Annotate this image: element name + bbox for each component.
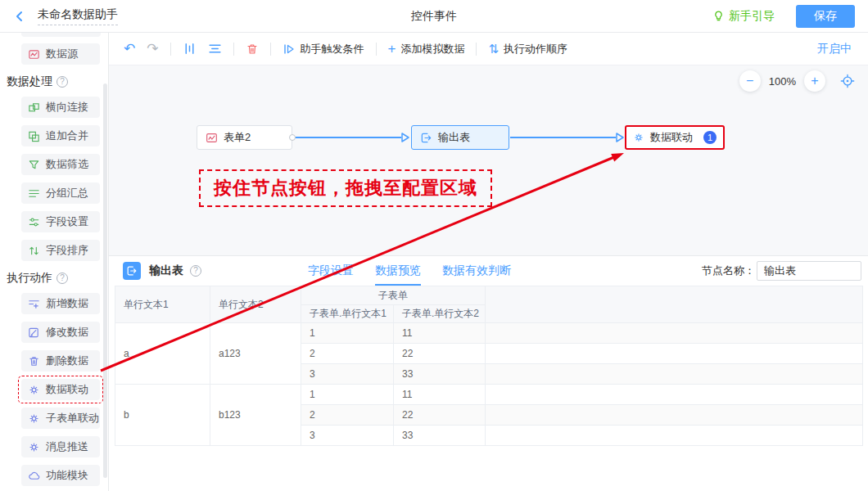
tab-field-settings[interactable]: 字段设置 (308, 256, 354, 286)
table-row: a a123 1 11 (115, 323, 863, 344)
scrolled-item-sliver (21, 33, 101, 37)
cell: a (115, 323, 210, 385)
sidebar-item-label: 删除数据 (46, 354, 88, 368)
sidebar-item-label: 数据筛选 (46, 157, 88, 172)
export-table-icon (420, 132, 432, 144)
divider (233, 43, 234, 56)
section-title: 执行动作 (7, 271, 52, 286)
sidebar-item-data-filter[interactable]: 数据筛选 (21, 154, 100, 175)
cell: 11 (394, 385, 486, 405)
trigger-condition-button[interactable]: 助手触发条件 (283, 42, 364, 56)
node-data-linkage[interactable]: 数据联动 1 (625, 125, 725, 150)
table-row: b b123 1 11 (115, 385, 863, 405)
redo-button[interactable]: ↷ (147, 42, 158, 56)
output-port[interactable] (289, 134, 296, 141)
divider (476, 43, 477, 56)
help-icon[interactable]: ? (190, 265, 201, 277)
sidebar-item-label: 追加合并 (46, 128, 88, 143)
top-header: 未命名数据助手 控件事件 新手引导 保存 (0, 0, 868, 33)
distribute-button[interactable] (183, 42, 197, 56)
action-order-button[interactable]: ⇅ 执行动作顺序 (488, 42, 567, 56)
sidebar-item-field-settings[interactable]: 字段设置 (21, 211, 100, 232)
sidebar-item-data-linkage[interactable]: 数据联动 (21, 379, 100, 400)
node-sidebar: 数据源 数据处理 ? 横向连接 追加合并 数据筛选 分组汇总 (0, 33, 109, 491)
align-lines-icon (208, 42, 222, 56)
sidebar-item-subform-linkage[interactable]: 子表单联动 (21, 408, 100, 429)
sidebar-item-horizontal-join[interactable]: 横向连接 (21, 97, 100, 118)
help-icon[interactable]: ? (57, 273, 68, 284)
add-mock-data-button[interactable]: + 添加模拟数据 (388, 42, 465, 56)
sidebar-item-function-module[interactable]: 功能模块 (21, 465, 100, 486)
add-data-icon (28, 298, 40, 310)
field-settings-icon (28, 216, 40, 228)
plus-icon: + (388, 42, 396, 56)
sidebar-item-label: 分组汇总 (46, 186, 88, 200)
cell-empty (486, 364, 863, 385)
trash-icon (246, 43, 259, 56)
sidebar-item-label: 功能模块 (46, 468, 88, 483)
beginner-guide-button[interactable]: 新手引导 (712, 9, 775, 24)
align-button[interactable] (208, 42, 222, 56)
node-name-input[interactable] (757, 261, 861, 281)
node-name-label: 节点名称： (702, 264, 755, 278)
column-header: 单行文本2 (210, 286, 301, 323)
lightbulb-icon (712, 10, 725, 22)
sidebar-item-label: 横向连接 (46, 100, 88, 115)
gear-linkage-icon (633, 132, 644, 143)
cell: 2 (301, 405, 394, 426)
node-form2[interactable]: 表单2 (197, 125, 292, 150)
delete-node-button[interactable] (246, 43, 259, 56)
sidebar-item-label: 消息推送 (46, 439, 88, 454)
sidebar-item-add-data[interactable]: 新增数据 (21, 293, 100, 314)
node-output-table[interactable]: 输出表 (411, 125, 509, 150)
form-icon (206, 132, 218, 144)
sidebar-item-append-merge[interactable]: 追加合并 (21, 125, 100, 146)
tab-data-preview[interactable]: 数据预览 (375, 256, 421, 286)
cell-empty (486, 323, 863, 344)
sidebar-item-message-push[interactable]: 消息推送 (21, 436, 100, 457)
undo-button[interactable]: ↶ (124, 42, 135, 56)
sidebar-scrollbar[interactable] (103, 83, 107, 478)
assistant-status[interactable]: 开启中 (817, 42, 852, 56)
help-icon[interactable]: ? (57, 76, 68, 88)
trigger-play-icon (283, 43, 296, 56)
tab-data-validation[interactable]: 数据有效判断 (442, 256, 511, 286)
back-button[interactable] (13, 10, 26, 23)
column-header-empty (486, 286, 863, 323)
column-header: 单行文本1 (115, 286, 210, 323)
delete-data-icon (28, 355, 40, 367)
cell: 33 (394, 426, 486, 446)
cell: a123 (210, 323, 301, 385)
flow-canvas[interactable]: 表单2 输出表 数据联动 1 按住节点按钮，拖拽至配置区域 − 100% + (109, 65, 868, 255)
sidebar-item-datasource[interactable]: 数据源 (21, 43, 100, 65)
sidebar-item-label: 数据联动 (46, 382, 88, 397)
sidebar-item-label: 数据源 (46, 47, 78, 61)
datasource-icon (28, 48, 40, 61)
divider (376, 43, 377, 56)
sidebar-item-delete-data[interactable]: 删除数据 (21, 350, 100, 372)
fit-view-button[interactable] (840, 74, 855, 88)
node-label: 输出表 (438, 130, 470, 145)
cell: 11 (394, 323, 486, 344)
back-chevron-icon (13, 10, 26, 23)
sidebar-item-group-summary[interactable]: 分组汇总 (21, 182, 100, 204)
gear-linkage-icon (28, 441, 40, 453)
sort-arrows-icon: ⇅ (488, 43, 499, 55)
cell: 1 (301, 323, 394, 344)
cell-empty (486, 405, 863, 426)
field-sort-icon (28, 245, 40, 257)
save-button[interactable]: 保存 (796, 5, 855, 28)
sidebar-item-modify-data[interactable]: 修改数据 (21, 322, 100, 343)
edit-data-icon (28, 327, 40, 339)
column-subheader: 子表单.单行文本2 (394, 305, 486, 323)
distribute-icon (183, 42, 197, 56)
document-title[interactable]: 未命名数据助手 (38, 7, 118, 25)
zoom-in-button[interactable]: + (804, 70, 825, 92)
node-config-panel: 输出表 ? 字段设置 数据预览 数据有效判断 节点名称： (109, 255, 868, 491)
table-header-row: 单行文本1 单行文本2 子表单 (115, 286, 863, 305)
zoom-out-button[interactable]: − (739, 70, 761, 92)
cell: 1 (301, 385, 394, 405)
redo-icon: ↷ (147, 42, 158, 56)
sidebar-item-field-sort[interactable]: 字段排序 (21, 240, 100, 261)
filter-icon (28, 159, 40, 171)
